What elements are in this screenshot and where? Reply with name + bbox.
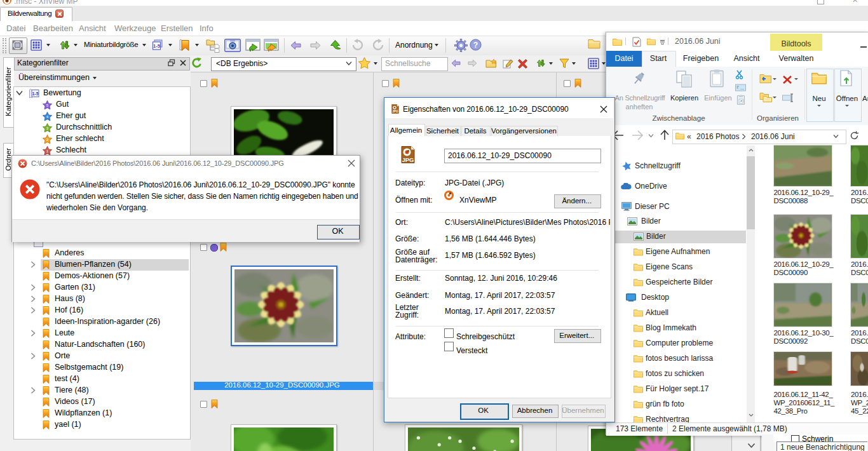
svg-text:JPG: JPG bbox=[392, 110, 398, 113]
svg-text:1-5: 1-5 bbox=[153, 43, 160, 49]
svg-text:JPG: JPG bbox=[402, 156, 414, 163]
svg-text:...: ... bbox=[740, 86, 744, 90]
svg-text:1-5: 1-5 bbox=[32, 91, 38, 96]
svg-text:?: ? bbox=[473, 41, 478, 50]
